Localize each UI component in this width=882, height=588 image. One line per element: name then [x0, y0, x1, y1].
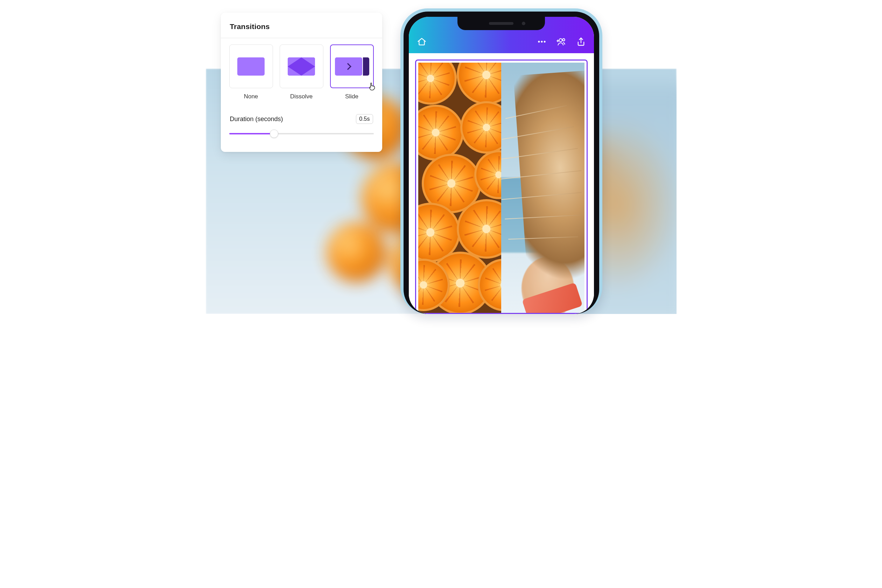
none-icon: [237, 57, 265, 76]
transition-option-dissolve[interactable]: Dissolve: [280, 45, 323, 100]
transition-tile-none[interactable]: [229, 45, 273, 88]
phone-mockup: [400, 8, 602, 314]
add-people-icon[interactable]: [556, 36, 567, 47]
duration-row: Duration (seconds) 0.5s: [229, 114, 374, 124]
stage: Transitions None Dissolve: [206, 0, 676, 314]
slider-thumb[interactable]: [270, 129, 278, 138]
transition-tile-slide[interactable]: [330, 45, 374, 88]
transitions-panel: Transitions None Dissolve: [221, 13, 382, 152]
cursor-pointer-icon: [368, 82, 376, 91]
canvas-content: [418, 63, 585, 313]
svg-point-1: [541, 40, 543, 42]
duration-label: Duration (seconds): [230, 116, 283, 123]
transition-label: None: [229, 93, 273, 100]
canvas-selection-frame[interactable]: [415, 60, 588, 314]
duration-value-field[interactable]: 0.5s: [356, 114, 373, 124]
canvas-area: [409, 53, 594, 314]
transition-label: Dissolve: [280, 93, 323, 100]
svg-point-4: [562, 39, 564, 40]
home-icon[interactable]: [417, 36, 427, 47]
more-icon[interactable]: [537, 36, 547, 47]
phone-notch: [458, 17, 545, 30]
transition-option-none[interactable]: None: [229, 45, 273, 100]
panel-title: Transitions: [229, 22, 374, 31]
dissolve-icon: [288, 57, 315, 76]
slide-icon: [335, 57, 369, 76]
divider: [221, 38, 382, 38]
transition-tile-dissolve[interactable]: [280, 45, 323, 88]
transition-option-slide[interactable]: Slide: [330, 45, 374, 100]
slider-fill: [229, 133, 274, 134]
share-icon[interactable]: [576, 36, 586, 47]
duration-slider[interactable]: [229, 129, 374, 138]
canvas-left-image-oranges: [418, 63, 501, 313]
svg-point-0: [538, 40, 540, 42]
transition-label: Slide: [330, 93, 374, 100]
canvas-right-image-person: [501, 63, 585, 313]
svg-point-3: [559, 39, 562, 42]
svg-point-2: [543, 40, 545, 42]
chevron-right-icon: [344, 63, 351, 70]
phone-screen: [409, 17, 594, 314]
transition-options: None Dissolve Slide: [229, 45, 374, 100]
